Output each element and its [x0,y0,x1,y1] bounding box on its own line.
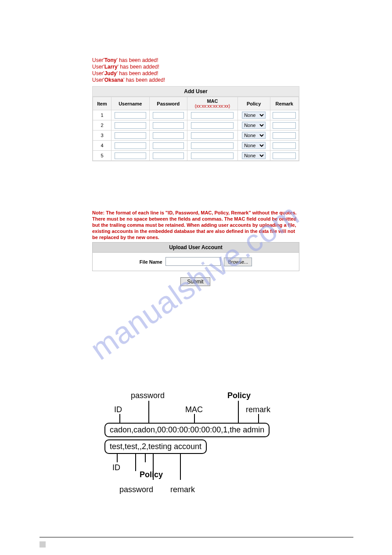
diagram-line [119,414,120,423]
status-prefix: User [92,70,103,76]
policy-select[interactable]: None [242,132,266,139]
status-line: User'Larry' has been added! [92,64,298,70]
remark-input[interactable] [273,152,296,159]
table-row: 1 None [93,110,299,120]
col-username-header: Username [111,97,149,110]
col-mac-header: MAC (xx:xx:xx:xx:xx:xx) [187,97,238,110]
item-number: 5 [93,151,111,161]
status-line: User'Judy' has been added! [92,70,298,77]
footer-rule [40,537,353,537]
diagram-line [135,453,136,471]
mac-input[interactable] [191,122,234,129]
diagram-line [180,453,181,480]
status-prefix: User [92,64,103,70]
diagram-label-id-bottom: ID [112,463,120,472]
status-suffix: has been added! [119,70,158,76]
upload-row: File Name Browse... [93,253,299,271]
table-row: 3 None [93,131,299,141]
status-line: User'Tony' has been added! [92,57,298,64]
add-user-panel: Add User Item Username Password MAC (xx:… [92,86,299,161]
password-input[interactable] [153,152,184,159]
upload-title: Upload User Account [93,243,299,253]
diagram-label-policy: Policy [227,391,251,400]
status-prefix: User [92,77,103,83]
status-messages: User'Tony' has been added! User'Larry' h… [92,57,298,83]
diagram-line [258,414,259,423]
status-username: Judy [104,70,117,76]
policy-select[interactable]: None [242,112,266,119]
username-input[interactable] [115,132,146,139]
table-row: 5 None [93,151,299,161]
diagram-line [148,401,149,423]
password-input[interactable] [153,112,184,119]
status-line: User'Oksana' has been added! [92,77,298,83]
remark-input[interactable] [273,112,296,119]
table-header-row: Item Username Password MAC (xx:xx:xx:xx:… [93,97,299,110]
diagram-label-mac: MAC [185,405,203,414]
status-suffix: has been added! [120,64,159,70]
add-user-title: Add User [93,87,299,97]
diagram-line [238,401,239,423]
submit-button[interactable]: Submit [180,277,210,286]
footer-page-marker [40,541,46,548]
table-row: 4 None [93,141,299,151]
diagram-label-password-bottom: password [119,485,153,494]
remark-input[interactable] [273,122,296,129]
policy-select[interactable]: None [242,142,266,149]
status-username: Tony [104,57,117,63]
browse-button[interactable]: Browse... [224,258,252,266]
status-suffix: has been added! [119,57,158,63]
diagram-label-remark: remark [246,405,270,414]
remark-input[interactable] [273,132,296,139]
status-prefix: User [92,57,103,63]
col-policy-header: Policy [237,97,270,110]
username-input[interactable] [115,142,146,149]
col-item-header: Item [93,97,111,110]
mac-input[interactable] [191,152,234,159]
username-input[interactable] [115,112,146,119]
file-name-input[interactable] [165,257,221,266]
diagram-label-id: ID [114,405,122,414]
add-user-table: Item Username Password MAC (xx:xx:xx:xx:… [93,97,299,161]
diagram-label-password: password [131,391,165,400]
diagram-label-policy-bottom: Policy [140,470,163,479]
mac-input[interactable] [191,112,234,119]
mac-input[interactable] [191,132,234,139]
item-number: 4 [93,141,111,151]
item-number: 2 [93,120,111,131]
item-number: 3 [93,131,111,141]
password-input[interactable] [153,122,184,129]
upload-panel: Upload User Account File Name Browse... [92,242,299,271]
item-number: 1 [93,110,111,120]
col-password-header: Password [149,97,187,110]
mac-input[interactable] [191,142,234,149]
policy-select[interactable]: None [242,122,266,129]
diagram-line [145,453,146,462]
mac-header-text: MAC [189,98,236,104]
diagram-label-remark-bottom: remark [170,485,195,494]
policy-select[interactable]: None [242,152,266,159]
remark-input[interactable] [273,142,296,149]
format-diagram: password Policy ID MAC remark cadon,cado… [101,387,290,501]
diagram-line [194,414,195,423]
diagram-example-line-1: cadon,cadon,00:00:00:00:00:00,1,the admi… [104,423,270,437]
diagram-example-line-2: test,test,,2,testing account [104,439,207,454]
status-suffix: has been added! [126,77,165,83]
table-row: 2 None [93,120,299,131]
col-remark-header: Remark [270,97,298,110]
status-username: Larry [104,64,118,70]
diagram-line [117,453,118,462]
mac-format-hint: (xx:xx:xx:xx:xx:xx) [189,104,236,109]
username-input[interactable] [115,152,146,159]
username-input[interactable] [115,122,146,129]
upload-note-text: Note: The format of each line is "ID, Pa… [92,210,298,240]
password-input[interactable] [153,132,184,139]
password-input[interactable] [153,142,184,149]
status-username: Oksana [104,77,123,83]
file-name-label: File Name [140,259,162,265]
